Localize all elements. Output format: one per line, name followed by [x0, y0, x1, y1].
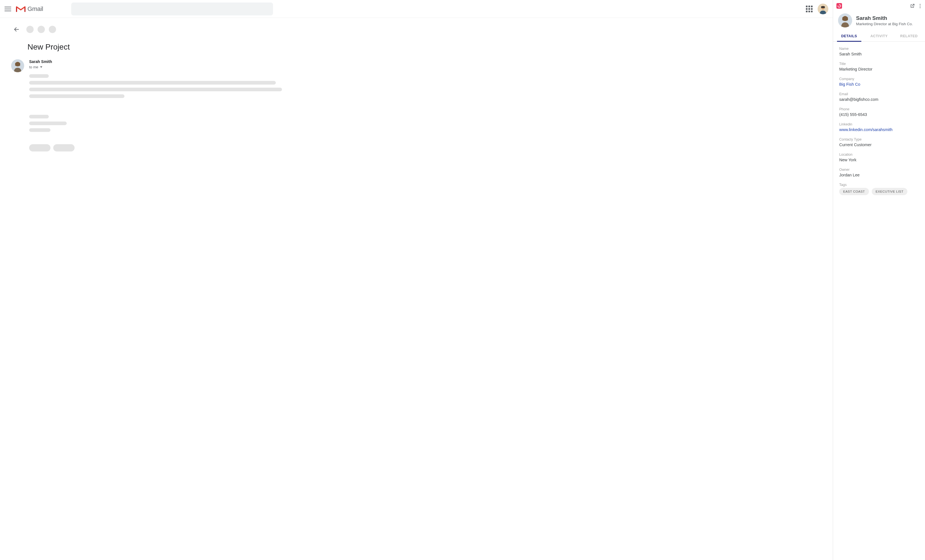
tab-details[interactable]: DETAILS	[834, 32, 864, 41]
google-apps-icon[interactable]	[806, 6, 813, 12]
account-avatar[interactable]	[818, 4, 828, 14]
field-value-name: Sarah Smith	[839, 52, 919, 56]
contact-subtitle: Marketing Director at Big Fish Co.	[856, 22, 913, 26]
chevron-down-icon	[40, 66, 42, 68]
svg-point-5	[839, 6, 839, 6]
email-body-placeholder	[29, 74, 821, 132]
gmail-logo-text: Gmail	[27, 5, 43, 13]
svg-rect-2	[821, 6, 825, 8]
field-label-location: Location	[839, 153, 919, 156]
toolbar-action-1[interactable]	[26, 26, 34, 33]
field-label-company: Company	[839, 77, 919, 81]
sender-avatar[interactable]	[11, 59, 24, 72]
field-label-tags: Tags	[839, 183, 919, 187]
crm-side-panel: Sarah Smith Marketing Director at Big Fi…	[833, 0, 925, 560]
field-label-name: Name	[839, 47, 919, 51]
field-label-phone: Phone	[839, 107, 919, 111]
tab-related[interactable]: RELATED	[894, 32, 924, 41]
crm-brand-icon[interactable]	[836, 3, 842, 9]
field-value-linkedin[interactable]: www.linkedin.com/sarahsmith	[839, 128, 919, 132]
field-label-owner: Owner	[839, 168, 919, 172]
email-content: New Project Sarah Smith to me	[0, 18, 833, 560]
email-subject: New Project	[27, 42, 821, 51]
toolbar-action-2[interactable]	[38, 26, 45, 33]
tab-activity[interactable]: ACTIVITY	[864, 32, 894, 41]
field-label-title: Title	[839, 62, 919, 66]
contact-name: Sarah Smith	[856, 15, 913, 21]
gmail-icon	[16, 5, 26, 13]
field-value-owner: Jordan Lee	[839, 173, 919, 177]
toolbar-action-3[interactable]	[49, 26, 56, 33]
reply-button[interactable]	[29, 144, 50, 152]
field-value-email[interactable]: sarah@bigfishco.com	[839, 97, 919, 102]
popout-icon[interactable]	[910, 3, 915, 8]
sender-name: Sarah Smith	[29, 59, 821, 64]
tag-chip[interactable]: EAST COAST	[839, 188, 869, 195]
back-arrow-icon[interactable]	[14, 26, 20, 33]
field-value-phone[interactable]: (415) 555-6543	[839, 112, 919, 117]
field-label-linkedin: Linkedin	[839, 122, 919, 126]
recipient-dropdown[interactable]: to me	[29, 65, 821, 69]
menu-icon[interactable]	[5, 6, 11, 12]
field-label-contact-type: Contacty Type	[839, 138, 919, 141]
recipient-text: to me	[29, 65, 38, 69]
field-value-contact-type: Current Customer	[839, 143, 919, 147]
gmail-topbar: Gmail	[0, 0, 833, 18]
gmail-logo[interactable]: Gmail	[16, 5, 43, 13]
more-menu-icon[interactable]	[918, 4, 922, 8]
field-label-email: Email	[839, 92, 919, 96]
forward-button[interactable]	[53, 144, 75, 152]
field-value-title: Marketing Director	[839, 67, 919, 71]
tag-chip[interactable]: EXECUTIVE LIST	[872, 188, 908, 195]
search-input[interactable]	[71, 3, 273, 15]
field-value-location: New York	[839, 158, 919, 162]
field-value-company[interactable]: Big Fish Co	[839, 82, 919, 87]
contact-avatar	[838, 14, 852, 27]
